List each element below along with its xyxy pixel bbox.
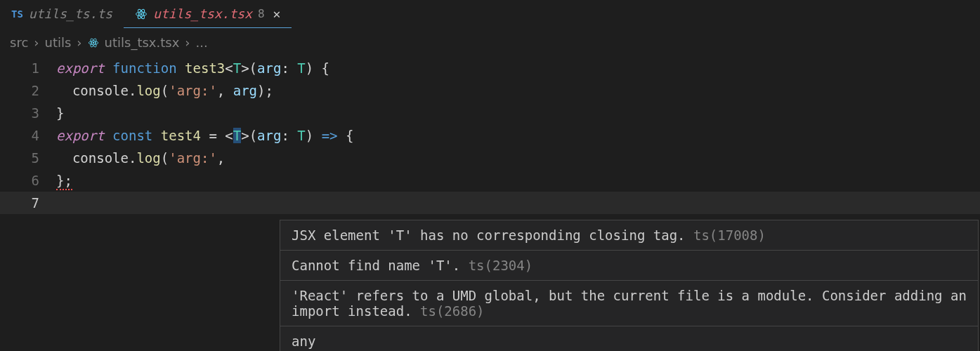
breadcrumb-part[interactable]: ... — [196, 35, 208, 50]
code-line[interactable]: 1 export function test3<T>(arg: T) { — [0, 57, 980, 79]
line-number: 6 — [0, 173, 56, 188]
type-info: any — [292, 333, 315, 349]
line-number: 3 — [0, 105, 56, 121]
tab-error-badge: 8 — [258, 7, 265, 20]
breadcrumb-part[interactable]: utils — [44, 35, 71, 50]
line-number: 5 — [0, 150, 56, 166]
chevron-right-icon: › — [185, 35, 190, 50]
chevron-right-icon: › — [34, 35, 39, 50]
code-content: console.log('arg:', arg); — [56, 83, 273, 98]
code-line[interactable]: 7 — [0, 192, 980, 214]
hover-widget: JSX element 'T' has no corresponding clo… — [280, 220, 979, 351]
error-code: ts(17008) — [693, 227, 766, 243]
code-content: console.log('arg:', — [56, 150, 225, 166]
breadcrumb[interactable]: src › utils › utils_tsx.tsx › ... — [0, 28, 980, 57]
code-line[interactable]: 5 console.log('arg:', — [0, 147, 980, 169]
line-number: 7 — [0, 195, 56, 211]
code-editor[interactable]: 1 export function test3<T>(arg: T) { 2 c… — [0, 57, 980, 214]
react-icon — [135, 8, 148, 20]
typescript-icon: TS — [11, 8, 23, 20]
svg-point-4 — [92, 41, 94, 44]
chevron-right-icon: › — [77, 35, 81, 50]
code-content: }; — [56, 173, 72, 188]
error-message: Cannot find name 'T'. — [292, 258, 460, 273]
hover-type: any — [280, 326, 978, 351]
code-line[interactable]: 2 console.log('arg:', arg); — [0, 79, 980, 102]
close-icon[interactable]: ✕ — [273, 6, 281, 21]
tab-utils-ts[interactable]: TS utils_ts.ts — [0, 0, 124, 27]
tab-utils-tsx[interactable]: utils_tsx.tsx 8 ✕ — [124, 0, 292, 27]
code-content: export function test3<T>(arg: T) { — [56, 60, 329, 76]
tab-label: utils_tsx.tsx — [153, 6, 252, 21]
react-icon — [88, 37, 99, 48]
error-code: ts(2304) — [469, 258, 533, 273]
hover-error: Cannot find name 'T'. ts(2304) — [280, 251, 978, 281]
line-number: 2 — [0, 83, 56, 98]
code-content: } — [56, 105, 64, 121]
breadcrumb-part[interactable]: utils_tsx.tsx — [105, 35, 180, 50]
line-number: 1 — [0, 60, 56, 76]
breadcrumb-part[interactable]: src — [10, 35, 28, 50]
hover-error: JSX element 'T' has no corresponding clo… — [280, 220, 978, 251]
line-number: 4 — [0, 128, 56, 143]
error-code: ts(2686) — [420, 303, 485, 319]
hover-error: 'React' refers to a UMD global, but the … — [280, 281, 978, 326]
code-content: export const test4 = <T>(arg: T) => { — [56, 128, 353, 143]
code-line[interactable]: 3 } — [0, 102, 980, 124]
code-line[interactable]: 4 export const test4 = <T>(arg: T) => { — [0, 124, 980, 147]
svg-point-0 — [141, 13, 143, 15]
error-message: 'React' refers to a UMD global, but the … — [292, 288, 967, 319]
tab-label: utils_ts.ts — [29, 6, 112, 21]
editor-tabs: TS utils_ts.ts utils_tsx.tsx 8 ✕ — [0, 0, 980, 28]
code-line[interactable]: 6 }; — [0, 169, 980, 192]
error-message: JSX element 'T' has no corresponding clo… — [292, 227, 686, 243]
